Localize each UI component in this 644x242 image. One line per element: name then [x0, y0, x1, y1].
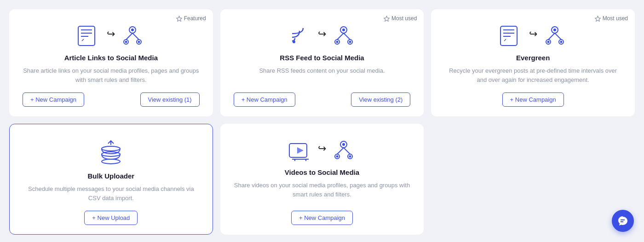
new-campaign-button[interactable]: + New Campaign — [502, 92, 564, 107]
svg-point-36 — [102, 159, 120, 164]
new-campaign-button[interactable]: + New Campaign — [234, 92, 295, 107]
svg-point-35 — [560, 41, 562, 43]
campaign-grid: Featured ↪ — [9, 9, 635, 235]
svg-point-12 — [138, 41, 140, 43]
card-actions: + New Campaign — [234, 211, 411, 225]
arrow-icon: ↪ — [318, 28, 326, 40]
new-campaign-button[interactable]: + New Campaign — [291, 211, 353, 225]
card-description: Schedule multiple messages to your socia… — [23, 184, 200, 202]
card-title: Evergreen — [516, 54, 550, 62]
card-badge: Most used — [595, 15, 628, 22]
arrow-icon: ↪ — [107, 28, 115, 40]
view-existing-button[interactable]: View existing (1) — [140, 92, 200, 107]
card-icon-row — [96, 139, 126, 166]
svg-point-38 — [102, 146, 120, 151]
card-icon-row: ↪ — [288, 139, 356, 162]
svg-line-49 — [344, 148, 350, 154]
svg-marker-13 — [384, 16, 390, 21]
campaign-card-evergreen: Most used ↪ — [431, 9, 635, 116]
svg-point-10 — [131, 29, 134, 31]
arrow-icon: ↪ — [318, 143, 326, 155]
svg-marker-41 — [297, 147, 304, 154]
card-badge: Featured — [176, 15, 206, 22]
card-description: Recycle your evergreen posts at pre-defi… — [444, 66, 621, 84]
svg-point-11 — [125, 41, 127, 43]
card-badge: Most used — [384, 15, 417, 22]
campaign-card-rss-feed: Most used ↪ — [220, 9, 424, 116]
svg-point-20 — [342, 29, 345, 31]
campaign-card-videos-social: ↪ Videos to Social Media Share videos on… — [220, 124, 424, 235]
svg-line-18 — [337, 33, 344, 40]
svg-line-8 — [126, 33, 132, 40]
card-actions: + New Campaign View existing (1) — [23, 92, 200, 107]
card-actions: + New Upload — [23, 211, 200, 225]
new-campaign-button[interactable]: + New Upload — [84, 211, 138, 225]
svg-point-51 — [336, 156, 338, 158]
card-description: Share RSS feeds content on your social m… — [259, 66, 385, 84]
svg-marker-23 — [595, 16, 600, 21]
campaign-card-article-links: Featured ↪ — [9, 9, 213, 116]
svg-marker-0 — [176, 16, 182, 21]
campaign-card-bulk-uploader: Bulk Uploader Schedule multiple messages… — [9, 124, 213, 235]
card-title: Bulk Uploader — [87, 172, 134, 180]
svg-line-19 — [344, 33, 350, 40]
card-description: Share article links on your social media… — [23, 66, 200, 84]
svg-line-31 — [548, 33, 555, 40]
svg-point-50 — [342, 143, 345, 146]
svg-line-9 — [132, 33, 139, 40]
card-icon-row: ↪ — [499, 24, 568, 47]
card-actions: + New Campaign — [444, 92, 621, 107]
card-title: RSS Feed to Social Media — [280, 54, 364, 62]
svg-point-21 — [336, 41, 338, 43]
card-description: Share videos on your social media profil… — [234, 181, 411, 202]
svg-point-52 — [349, 156, 351, 158]
card-title: Videos to Social Media — [285, 168, 359, 176]
card-actions: + New Campaign View existing (2) — [234, 92, 411, 107]
card-icon-row: ↪ — [76, 24, 145, 47]
card-icon-row: ↪ — [288, 24, 356, 47]
svg-line-32 — [555, 33, 561, 40]
card-title: Article Links to Social Media — [64, 54, 158, 62]
svg-line-48 — [337, 148, 344, 154]
svg-point-22 — [349, 41, 351, 43]
arrow-icon: ↪ — [529, 28, 537, 40]
chatbot-button[interactable] — [612, 210, 634, 232]
new-campaign-button[interactable]: + New Campaign — [23, 92, 84, 107]
svg-point-33 — [553, 29, 556, 31]
svg-point-34 — [547, 41, 549, 43]
view-existing-button[interactable]: View existing (2) — [351, 92, 410, 107]
